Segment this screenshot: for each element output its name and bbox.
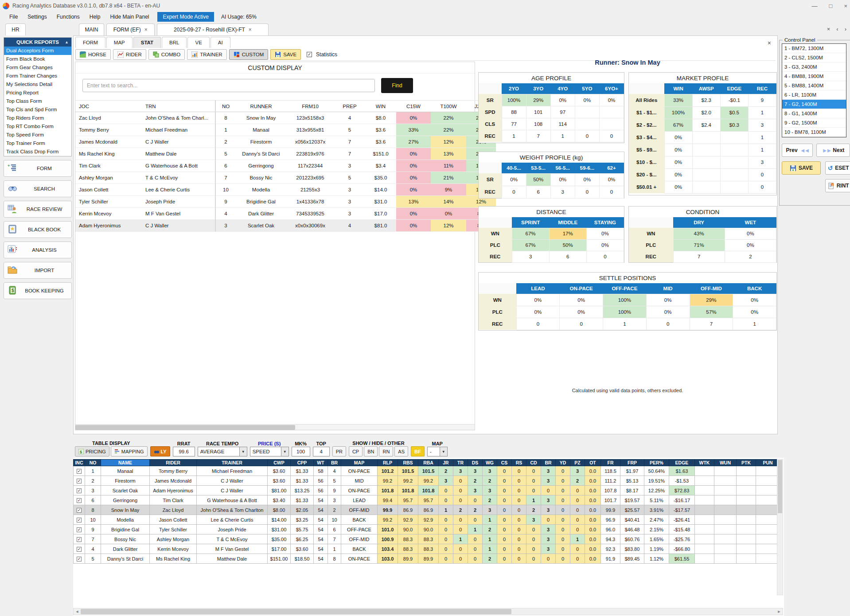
maximize-button[interactable]: □ bbox=[829, 3, 833, 9]
field-column-header-rbs[interactable]: RBS bbox=[398, 460, 418, 466]
field-column-header-map[interactable]: MAP bbox=[341, 460, 378, 466]
nav-form-button[interactable]: +FORM bbox=[4, 160, 72, 177]
column-header-trn[interactable]: TRN bbox=[142, 101, 215, 112]
search-input[interactable]: Enter text to search... bbox=[82, 79, 375, 92]
panel-close-icon[interactable]: × bbox=[768, 39, 771, 47]
race-item[interactable]: 7 - G2, 1400M bbox=[782, 100, 846, 109]
race-item[interactable]: 2 - CLS2, 1500M bbox=[782, 53, 846, 62]
inc-checkbox[interactable]: ✓ bbox=[77, 498, 82, 503]
column-header-frm10[interactable]: FRM10 bbox=[286, 101, 334, 112]
field-table-row[interactable]: ✓8Snow In MayZac LloydJohn O'Shea & Tom … bbox=[74, 505, 780, 515]
field-column-header-pz[interactable]: PZ bbox=[570, 460, 585, 466]
column-header-prep[interactable]: PREP bbox=[334, 101, 365, 112]
map-select[interactable]: -▼ bbox=[427, 447, 448, 456]
rn-button[interactable]: RN bbox=[379, 446, 393, 456]
field-table-row[interactable]: ✓7Bossy NicAshley MorganT & C McEvoy$35.… bbox=[74, 534, 780, 544]
quick-report-my-selections-detail[interactable]: My Selections Detail bbox=[4, 80, 71, 89]
prev-race-button[interactable]: Prev ◄◄ bbox=[782, 144, 813, 157]
expert-mode-button[interactable]: Expert Mode Active bbox=[157, 12, 214, 22]
inc-checkbox[interactable]: ✓ bbox=[77, 508, 82, 513]
nav-analysis-button[interactable]: ANALYSIS bbox=[4, 242, 72, 258]
bn-button[interactable]: BN bbox=[364, 446, 378, 456]
quick-report-form-trainer-changes[interactable]: Form Trainer Changes bbox=[4, 72, 71, 80]
nav-race-review-button[interactable]: RACE REVIEW bbox=[4, 201, 72, 218]
subtab-stat[interactable]: STAT bbox=[133, 37, 161, 48]
table-row[interactable]: Zac LloydJohn O'Shea & Tom Charl...8Snow… bbox=[75, 112, 496, 124]
field-column-header-trainer[interactable]: TRAINER bbox=[197, 460, 268, 466]
race-item[interactable]: 5 - BM88, 1400M bbox=[782, 81, 846, 90]
mapping-button[interactable]: MAPPING bbox=[111, 446, 148, 456]
subtab-ve[interactable]: VE bbox=[187, 37, 209, 48]
table-row[interactable]: Tommy BerryMichael Freedman1Manaal313x95… bbox=[75, 124, 496, 136]
field-column-header-jr[interactable]: JR bbox=[439, 460, 453, 466]
field-column-header-no[interactable]: NO bbox=[85, 460, 101, 466]
field-table-row[interactable]: ✓6GerringongTim ClarkG Waterhouse & A Bo… bbox=[74, 495, 780, 505]
field-column-header-cd[interactable]: CD bbox=[526, 460, 541, 466]
pricing-button[interactable]: $PRICING bbox=[75, 446, 109, 456]
ly-button[interactable]: LY bbox=[150, 446, 170, 456]
rrat-value[interactable]: 99.6 bbox=[173, 447, 195, 456]
tabstrip-scroll-right-icon[interactable]: › bbox=[845, 26, 846, 32]
race-item[interactable]: 10 - BM78, 1100M bbox=[782, 128, 846, 137]
mk-value[interactable]: 100 bbox=[292, 447, 310, 456]
field-table-row[interactable]: ✓3Scarlet OakAdam HyeronimusC J Waller$8… bbox=[74, 486, 780, 495]
pr-button[interactable]: PR bbox=[332, 446, 346, 456]
save-ra-button[interactable]: SAVE bbox=[782, 161, 821, 175]
field-column-header-wt[interactable]: WT bbox=[314, 460, 328, 466]
column-header-no[interactable]: NO bbox=[215, 101, 236, 112]
subtab-ai[interactable]: AI bbox=[211, 37, 230, 48]
quick-report-form-gear-changes[interactable]: Form Gear Changes bbox=[4, 63, 71, 72]
column-header-joc[interactable]: JOC bbox=[75, 101, 142, 112]
column-header-win[interactable]: WIN bbox=[365, 101, 396, 112]
quick-reports-header[interactable]: QUICK REPORTS ▲ bbox=[4, 38, 71, 47]
race-item[interactable]: 6 - LR, 1100M bbox=[782, 90, 846, 100]
column-header-t100w[interactable]: T100W bbox=[431, 101, 466, 112]
field-column-header-frp[interactable]: FRP bbox=[620, 460, 644, 466]
quick-report-top-trainer-form[interactable]: Top Trainer Form bbox=[4, 139, 71, 148]
inc-checkbox[interactable]: ✓ bbox=[77, 488, 82, 493]
field-column-header-ds[interactable]: DS bbox=[468, 460, 483, 466]
race-item[interactable]: 3 - G3, 2400M bbox=[782, 62, 846, 72]
field-column-header-name[interactable]: NAME bbox=[101, 460, 150, 466]
vscrollbar-thumb[interactable] bbox=[778, 460, 782, 513]
field-table-vscrollbar[interactable] bbox=[777, 459, 783, 595]
nav-book-keeping-button[interactable]: $BOOK KEEPING bbox=[4, 282, 72, 299]
table-row[interactable]: James McdonaldC J Waller2Firestormx056x1… bbox=[75, 136, 496, 148]
field-column-header-rider[interactable]: RIDER bbox=[150, 460, 197, 466]
race-tempo-select[interactable]: AVERAGE▼ bbox=[198, 447, 247, 456]
as-button[interactable]: AS bbox=[394, 446, 408, 456]
tab-main[interactable]: MAIN bbox=[79, 23, 104, 35]
tab-2025-09-27-rosehill-ex-ft[interactable]: 2025-09-27 - Rosehill (EX)-FT× bbox=[157, 23, 269, 35]
quick-report-top-class-form[interactable]: Top Class Form bbox=[4, 97, 71, 105]
horse-button[interactable]: HORSE bbox=[75, 49, 111, 60]
bf-button[interactable]: BF bbox=[411, 446, 425, 456]
field-column-header-yd[interactable]: YD bbox=[556, 460, 570, 466]
table-row[interactable]: Jason CollettLee & Cherie Curtis10Modell… bbox=[75, 184, 496, 196]
quick-report-top-cls-and-spd-form[interactable]: Top Cls and Spd Form bbox=[4, 105, 71, 114]
next-race-button[interactable]: ►► Next bbox=[816, 144, 850, 157]
top-value[interactable]: 4 bbox=[313, 447, 330, 456]
combo-button[interactable]: COMBO bbox=[148, 49, 185, 60]
inc-checkbox[interactable]: ✓ bbox=[77, 547, 82, 552]
field-column-header-rba[interactable]: RBA bbox=[418, 460, 439, 466]
bottom-hscrollbar[interactable]: ◄ ► bbox=[73, 608, 783, 615]
table-row[interactable]: Ashley MorganT & C McEvoy7Bossy Nic20122… bbox=[75, 172, 496, 184]
field-column-header-inc[interactable]: INC bbox=[74, 460, 85, 466]
menu-item-hide-main-panel[interactable]: Hide Main Panel bbox=[105, 12, 154, 21]
field-table-row[interactable]: ✓4Dark GlitterKerrin McevoyM F Van Geste… bbox=[74, 544, 780, 554]
table-row[interactable]: Adam HyeronimusC J Waller3Scarlet Oakx0x… bbox=[75, 220, 496, 232]
field-column-header-rlp[interactable]: RLP bbox=[378, 460, 398, 466]
menu-item-functions[interactable]: Functions bbox=[52, 12, 85, 21]
close-button[interactable]: × bbox=[844, 3, 847, 9]
column-header-runner[interactable]: RUNNER bbox=[236, 101, 286, 112]
hscrollbar-thumb[interactable] bbox=[75, 425, 295, 430]
field-column-header-wtk[interactable]: WTK bbox=[695, 460, 714, 466]
table-row[interactable]: Tyler SchillerJoseph Pride9Brigidine Gal… bbox=[75, 196, 496, 208]
field-column-header-br[interactable]: BR bbox=[541, 460, 556, 466]
price-select[interactable]: SPEED▼ bbox=[250, 447, 289, 456]
custom-button[interactable]: CUSTOM bbox=[229, 49, 269, 60]
nav-import-button[interactable]: IMPORT bbox=[4, 262, 72, 279]
quick-report-form-black-book[interactable]: Form Black Book bbox=[4, 55, 71, 63]
quick-report-track-class-drop-form[interactable]: Track Class Drop Form bbox=[4, 148, 71, 156]
minimize-button[interactable]: — bbox=[812, 3, 818, 9]
